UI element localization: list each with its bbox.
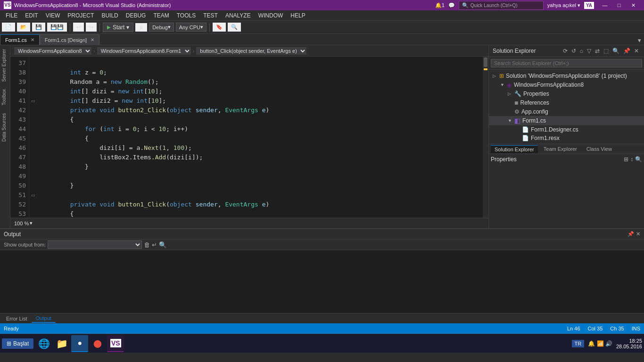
output-find-btn[interactable]: 🔍 (159, 241, 167, 248)
platform-dropdown[interactable]: Any CPU ▾ (176, 23, 206, 32)
se-filter-btn[interactable]: ▽ (586, 47, 593, 55)
menu-build[interactable]: BUILD (98, 11, 122, 20)
data-sources-tab[interactable]: Data Sources (0, 109, 10, 146)
code-editor[interactable]: int z = 0; Random a = new Random(); int[… (37, 57, 483, 218)
output-clear-btn[interactable]: 🗑 (144, 241, 150, 248)
menu-project[interactable]: PROJECT (64, 11, 98, 20)
platform-arrow: ▾ (200, 24, 203, 30)
tree-references[interactable]: ■ References (489, 98, 644, 107)
toolbar-new-project[interactable]: 📄 (2, 23, 15, 32)
editor-scrollbar[interactable] (483, 57, 488, 218)
toolbar-bookmark[interactable]: 🔖 (213, 23, 226, 32)
se-tab-solution-explorer[interactable]: Solution Explorer (491, 145, 538, 153)
project-icon: ◈ (507, 81, 512, 89)
props-sort-btn[interactable]: ↕ (630, 156, 633, 163)
se-tab-team-explorer[interactable]: Team Explorer (540, 145, 581, 153)
fold-button-button1[interactable]: ▭ (29, 190, 37, 200)
start-button[interactable]: ⊞ Başlat (2, 338, 33, 349)
tab-list-button[interactable]: ▾ (635, 36, 644, 45)
toolbox-tab[interactable]: Toolbox (0, 85, 10, 109)
server-explorer-tab[interactable]: Server Explorer (0, 45, 10, 85)
props-search-btn[interactable]: 🔍 (635, 156, 642, 163)
bottom-tab-output[interactable]: Output (32, 314, 56, 323)
class-selector[interactable]: WindowsFormsApplication8.Form1 (97, 47, 191, 55)
menu-test[interactable]: TEST (199, 11, 222, 20)
tree-appconfig[interactable]: ⚙ App.config (489, 107, 644, 116)
references-icon: ■ (514, 99, 518, 107)
se-search-input[interactable] (491, 59, 642, 67)
minimize-button[interactable]: — (598, 0, 612, 10)
tree-form1resx[interactable]: 📄 Form1.resx (489, 134, 644, 142)
toolbar-pause[interactable]: ⏸ (135, 23, 147, 32)
menu-debug[interactable]: DEBUG (122, 11, 150, 20)
toolbar-save[interactable]: 💾 (32, 23, 45, 32)
se-search-btn[interactable]: 🔍 (611, 47, 621, 55)
se-close-btn[interactable]: ✕ (633, 47, 640, 55)
toolbar-find[interactable]: 🔍 (228, 23, 241, 32)
sys-tray-icons: 🔔 📶 🔊 (588, 340, 612, 347)
solution-explorer-panel: Solution Explorer ⟳ ↺ ⌂ ▽ ⇄ ⬚ 🔍 📌 ✕ (489, 45, 644, 228)
menu-window[interactable]: WINDOW (255, 11, 287, 20)
output-pin-btn[interactable]: 📌 (627, 231, 634, 237)
toolbar-save-all[interactable]: 💾💾 (47, 23, 67, 32)
toolbar-open[interactable]: 📂 (17, 23, 30, 32)
menu-analyze[interactable]: ANALYZE (222, 11, 255, 20)
menu-team[interactable]: TEAM (149, 11, 173, 20)
editor-tab-bar: Form1.cs ✕ Form1.cs [Design] ✕ ▾ (0, 34, 644, 45)
tab-form1-design-close[interactable]: ✕ (91, 37, 94, 42)
toolbar-undo[interactable]: ↩ (73, 23, 84, 32)
toolbar-redo[interactable]: ↪ (86, 23, 97, 32)
fold-button-button2[interactable]: ▭ (29, 96, 37, 106)
tree-properties[interactable]: ▷ 🔧 Properties (489, 90, 644, 98)
menu-tools[interactable]: TOOLS (173, 11, 199, 20)
props-header: Properties ⊞ ↕ 🔍 (491, 156, 642, 163)
props-categories-btn[interactable]: ⊞ (624, 156, 628, 163)
taskbar-explorer[interactable]: 📁 (53, 335, 70, 352)
taskbar-app4[interactable]: ⬤ (89, 335, 106, 352)
output-source-select[interactable] (48, 240, 142, 249)
code-container: 37 38 39 40 41 42 43 44 45 46 47 48 49 5… (10, 57, 488, 218)
taskbar-vs[interactable]: VS (107, 335, 124, 352)
expand-solution-icon: ▷ (493, 74, 497, 78)
form1designer-icon: 📄 (522, 126, 529, 133)
form1designer-label: Form1.Designer.cs (531, 126, 578, 133)
clock: 18:25 28.05.2016 (616, 338, 642, 349)
menu-view[interactable]: VIEW (42, 11, 64, 20)
close-button[interactable]: ✕ (626, 0, 640, 10)
tab-form1-design-label: Form1.cs [Design] (45, 37, 87, 43)
zoom-dropdown[interactable]: ▾ (30, 220, 33, 226)
bottom-tab-error-list[interactable]: Error List (2, 314, 32, 323)
quick-launch-search[interactable]: 🔍 Quick Launch (Ctrl+Q) (459, 1, 544, 10)
se-sync-btn[interactable]: ⟳ (561, 47, 569, 55)
tree-project[interactable]: ▼ ◈ WindowsFormsApplication8 (489, 80, 644, 90)
start-debug-button[interactable]: ▶ Start ▾ (103, 23, 133, 32)
tab-form1-design[interactable]: Form1.cs [Design] ✕ (40, 34, 99, 45)
output-close-btn[interactable]: ✕ (636, 231, 640, 237)
taskbar: ⊞ Başlat 🌐 📁 ● ⬤ VS TR 🔔 📶 🔊 18:25 28.05… (0, 334, 644, 353)
taskbar-app3[interactable]: ● (71, 335, 88, 352)
user-avatar: YA (584, 2, 594, 9)
namespace-selector[interactable]: WindowsFormsApplication8 (14, 47, 91, 55)
config-dropdown[interactable]: Debug ▾ (149, 23, 173, 32)
menu-edit[interactable]: EDIT (21, 11, 41, 20)
tree-form1cs[interactable]: ▼ ◧ Form1.cs (489, 116, 644, 125)
method-selector[interactable]: button3_Click(object sender, EventArgs e… (196, 47, 306, 55)
se-tab-class-view[interactable]: Class View (583, 145, 616, 153)
tree-solution[interactable]: ▷ ⊞ Solution 'WindowsFormsApplication8' … (489, 72, 644, 80)
start-label: Başlat (13, 340, 29, 347)
se-home-btn[interactable]: ⌂ (578, 47, 585, 55)
se-pin-btn[interactable]: 📌 (622, 47, 632, 55)
tab-form1-cs-label: Form1.cs (5, 37, 27, 43)
tab-form1-cs[interactable]: Form1.cs ✕ (0, 34, 40, 45)
se-view-btn[interactable]: ⬚ (602, 47, 610, 55)
line-numbers: 37 38 39 40 41 42 43 44 45 46 47 48 49 5… (10, 57, 29, 218)
tab-form1-cs-close[interactable]: ✕ (31, 37, 34, 42)
taskbar-ie[interactable]: 🌐 (35, 335, 52, 352)
maximize-button[interactable]: □ (612, 0, 626, 10)
menu-file[interactable]: FILE (2, 11, 21, 20)
tree-form1designer[interactable]: 📄 Form1.Designer.cs (489, 125, 644, 134)
se-props-btn[interactable]: ⇄ (594, 47, 601, 55)
menu-help[interactable]: HELP (287, 11, 309, 20)
output-word-wrap-btn[interactable]: ↵ (152, 241, 157, 248)
se-refresh-btn[interactable]: ↺ (570, 47, 578, 55)
